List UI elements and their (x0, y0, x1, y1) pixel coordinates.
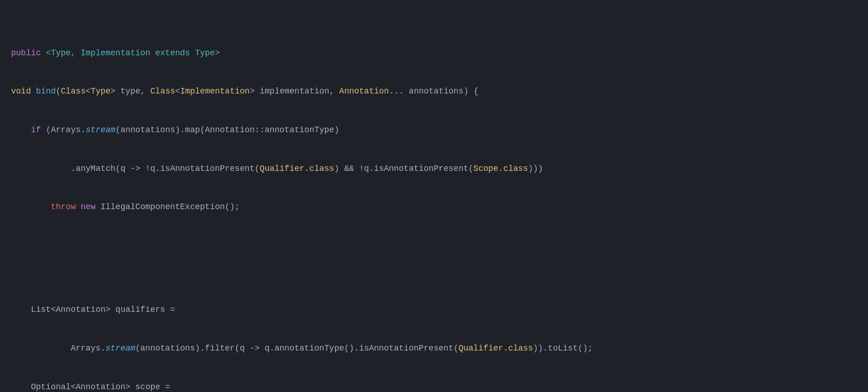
code-line-8: Optional<Annotation> scope = (11, 381, 857, 392)
code-line-4: .anyMatch(q -> !q.isAnnotationPresent(Qu… (11, 163, 857, 176)
code-line-5: throw new IllegalComponentException(); (11, 201, 857, 214)
code-line-2: void bind(Class<Type> type, Class<Implem… (11, 85, 857, 98)
code-line-blank1 (11, 252, 857, 265)
code-line-7: Arrays.stream(annotations).filter(q -> q… (11, 342, 857, 355)
code-line-3: if (Arrays.stream(annotations).map(Annot… (11, 124, 857, 137)
code-editor: public <Type, Implementation extends Typ… (0, 0, 868, 392)
code-line-1: public <Type, Implementation extends Typ… (11, 47, 857, 60)
code-line-6: List<Annotation> qualifiers = (11, 304, 857, 316)
